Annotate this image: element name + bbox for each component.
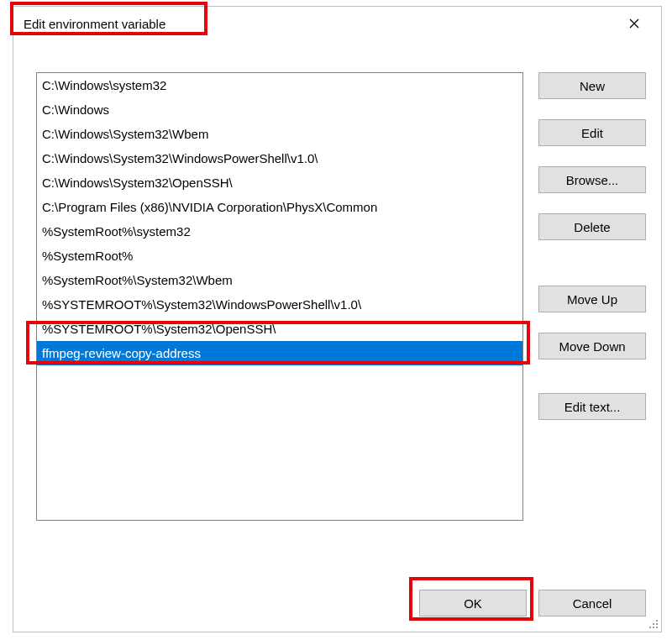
list-item[interactable]: ffmpeg-review-copy-address xyxy=(37,341,522,365)
move-up-button[interactable]: Move Up xyxy=(538,286,646,312)
list-item[interactable]: %SystemRoot%\system32 xyxy=(37,219,522,244)
bottom-buttons: OK Cancel xyxy=(419,590,646,616)
list-item[interactable]: C:\Windows\system32 xyxy=(37,73,522,97)
edit-env-var-dialog: Edit environment variable C:\Windows\sys… xyxy=(13,6,662,632)
dialog-title: Edit environment variable xyxy=(24,17,165,31)
list-item[interactable]: %SystemRoot% xyxy=(37,244,522,268)
list-item[interactable]: %SYSTEMROOT%\System32\WindowsPowerShell\… xyxy=(37,292,522,317)
cancel-button[interactable]: Cancel xyxy=(538,590,646,616)
edit-button[interactable]: Edit xyxy=(538,119,646,146)
resize-grip[interactable] xyxy=(648,618,659,630)
list-item[interactable]: C:\Windows xyxy=(37,97,522,122)
main-row: C:\Windows\system32C:\WindowsC:\Windows\… xyxy=(36,40,646,521)
list-item[interactable]: C:\Windows\System32\WindowsPowerShell\v1… xyxy=(37,146,522,170)
path-listbox[interactable]: C:\Windows\system32C:\WindowsC:\Windows\… xyxy=(36,72,523,521)
close-button[interactable] xyxy=(617,7,651,40)
ok-button[interactable]: OK xyxy=(419,590,527,616)
list-item[interactable]: C:\Program Files (x86)\NVIDIA Corporatio… xyxy=(37,195,522,219)
list-item[interactable]: %SYSTEMROOT%\System32\OpenSSH\ xyxy=(37,317,522,341)
move-down-button[interactable]: Move Down xyxy=(538,333,646,359)
browse-button[interactable]: Browse... xyxy=(538,166,646,193)
side-buttons: New Edit Browse... Delete Move Up Move D… xyxy=(538,72,646,521)
edit-text-button[interactable]: Edit text... xyxy=(538,393,646,420)
list-item[interactable]: C:\Windows\System32\OpenSSH\ xyxy=(37,170,522,195)
list-item[interactable]: C:\Windows\System32\Wbem xyxy=(37,122,522,146)
new-button[interactable]: New xyxy=(538,72,646,99)
delete-button[interactable]: Delete xyxy=(538,213,646,240)
titlebar: Edit environment variable xyxy=(13,7,661,40)
list-item[interactable]: %SystemRoot%\System32\Wbem xyxy=(37,268,522,292)
dialog-content: C:\Windows\system32C:\WindowsC:\Windows\… xyxy=(13,40,661,632)
close-icon xyxy=(629,18,639,29)
